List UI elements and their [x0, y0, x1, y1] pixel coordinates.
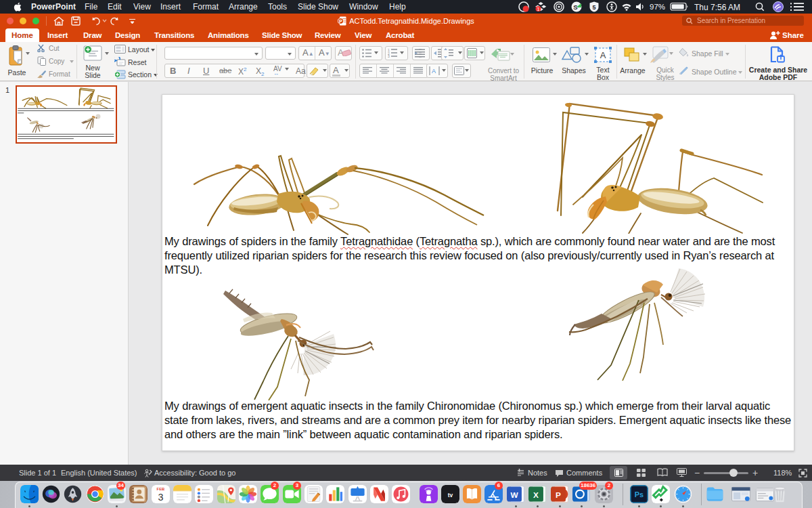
- svg-text:FEB: FEB: [157, 487, 165, 491]
- svg-text:Ps: Ps: [635, 490, 644, 499]
- svg-text:W: W: [510, 490, 518, 500]
- svg-text:3: 3: [158, 492, 164, 503]
- svg-text:P: P: [556, 490, 561, 500]
- svg-text:3: 3: [388, 54, 390, 58]
- svg-text:Thu 7:56 AM: Thu 7:56 AM: [694, 3, 740, 12]
- svg-text:1: 1: [537, 7, 540, 12]
- svg-text:S: S: [573, 3, 577, 11]
- svg-text:X: X: [533, 490, 539, 500]
- svg-text:P: P: [339, 18, 342, 24]
- svg-text:97%: 97%: [650, 3, 665, 11]
- svg-text:A: A: [432, 68, 436, 75]
- svg-text:5: 5: [592, 4, 595, 11]
- svg-text:A: A: [600, 50, 606, 60]
- svg-text:tv: tv: [448, 492, 453, 499]
